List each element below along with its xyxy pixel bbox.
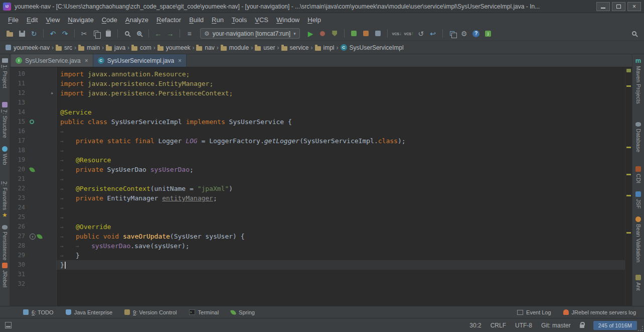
paste-icon[interactable] (103, 29, 113, 38)
fold-marker[interactable] (47, 136, 57, 146)
vcs-commit-icon[interactable] (404, 29, 414, 38)
toolwindow-button-event-log[interactable]: Event Log (517, 309, 551, 315)
fold-marker[interactable] (47, 270, 57, 279)
jrebel-sync-icon[interactable] (373, 29, 383, 38)
toolwindow-button-ant[interactable]: Ant (635, 275, 641, 291)
close-icon[interactable]: × (85, 58, 88, 63)
toolwindow-button-web[interactable]: Web (2, 146, 8, 165)
fold-marker[interactable] (47, 127, 57, 136)
back-icon[interactable]: ← (153, 29, 163, 38)
fold-marker[interactable] (47, 184, 57, 193)
fold-marker[interactable] (47, 251, 57, 260)
menu-item-vcs[interactable]: VCS (251, 15, 272, 25)
open-folder-icon[interactable] (5, 29, 15, 38)
toolwindow-button-jrebel-remote-servers-log[interactable]: JRebel remote servers log (563, 309, 636, 315)
fold-marker[interactable] (47, 279, 57, 289)
help-icon[interactable] (471, 29, 481, 38)
breadcrumb-item[interactable]: user (253, 43, 276, 52)
fold-marker[interactable]: ▲ (47, 88, 57, 98)
fold-marker[interactable] (47, 155, 57, 165)
menu-item-run[interactable]: Run (208, 15, 228, 25)
tab-sysuserserviceimpl[interactable]: C SysUserServiceImpl.java × (93, 54, 187, 67)
fold-marker[interactable] (47, 117, 57, 127)
fold-marker[interactable] (47, 212, 57, 222)
fold-marker[interactable] (47, 232, 57, 241)
run-configuration-select[interactable]: ⚙your-navigation [tomcat7:run]▾ (200, 28, 300, 39)
minimize-button[interactable] (596, 2, 610, 11)
fold-marker[interactable] (47, 69, 57, 79)
close-icon[interactable]: × (178, 58, 182, 63)
toolwindow-button-maven-projects[interactable]: mMaven Projects (635, 57, 641, 104)
toolwindow-button-1-project[interactable]: 1: Project (2, 58, 8, 88)
forward-icon[interactable]: → (166, 29, 175, 38)
lock-icon[interactable] (580, 324, 584, 328)
warning-stripe-mark[interactable] (626, 174, 631, 175)
fold-marker[interactable] (47, 107, 57, 117)
fold-marker[interactable] (47, 260, 57, 270)
fold-marker[interactable] (47, 165, 57, 174)
jrebel-config-icon[interactable] (484, 29, 493, 38)
menu-item-edit[interactable]: Edit (23, 15, 42, 25)
search-everywhere-icon[interactable] (629, 29, 639, 38)
coverage-icon[interactable] (330, 29, 340, 38)
vcs-history-icon[interactable]: ↺ (416, 29, 426, 38)
menu-item-build[interactable]: Build (185, 15, 208, 25)
rollback-icon[interactable]: ↩ (428, 29, 438, 38)
breadcrumb-item[interactable]: youmeek-nav (4, 43, 51, 52)
fold-marker[interactable] (47, 241, 57, 251)
breadcrumb-item[interactable]: service (280, 43, 310, 52)
toolwindow-button-persistence[interactable]: Persistence (2, 225, 8, 260)
breadcrumb-item[interactable]: main (77, 43, 101, 52)
fold-marker[interactable] (47, 203, 57, 212)
vcs-update-icon[interactable] (392, 29, 402, 38)
save-all-icon[interactable] (17, 29, 27, 38)
fold-marker[interactable] (47, 98, 57, 107)
replace-icon[interactable] (134, 29, 144, 38)
spring-leaf-icon[interactable] (29, 167, 35, 173)
sync-icon[interactable]: ↻ (29, 29, 39, 38)
toolwindow-button-database[interactable]: Database (635, 122, 641, 152)
fold-marker[interactable] (47, 193, 57, 203)
toolwindow-switcher-icon[interactable] (5, 322, 12, 328)
maximize-button[interactable] (612, 2, 625, 11)
toolwindow-button-2-favorites[interactable]: ★2: Favorites (2, 181, 8, 218)
fold-marker[interactable] (47, 174, 57, 184)
menu-item-view[interactable]: View (42, 15, 64, 25)
breadcrumb-item[interactable]: module (219, 43, 250, 52)
breadcrumb-item[interactable]: src (54, 43, 74, 52)
fold-marker[interactable] (47, 146, 57, 155)
tab-sysuserservice[interactable]: I SysUserService.java × (11, 54, 93, 67)
git-branch-indicator[interactable]: Git: master (541, 322, 571, 329)
toolwindow-button-cdi[interactable]: CDI (635, 166, 641, 183)
override-icon[interactable] (30, 234, 36, 240)
fold-marker[interactable] (47, 222, 57, 232)
warning-stripe-mark[interactable] (626, 232, 631, 234)
inspection-status-icon[interactable] (626, 69, 631, 72)
breadcrumb-item[interactable]: impl (313, 43, 336, 52)
line-ending-indicator[interactable]: CRLF (491, 322, 506, 329)
breadcrumb-item[interactable]: nav (195, 43, 216, 52)
menu-item-tools[interactable]: Tools (228, 15, 251, 25)
undo-icon[interactable]: ↶ (48, 29, 58, 38)
cut-icon[interactable]: ✂ (79, 29, 89, 38)
memory-indicator[interactable]: 245 of 1016M (593, 321, 637, 330)
redo-icon[interactable]: ↷ (60, 29, 70, 38)
menu-item-window[interactable]: Window (272, 15, 303, 25)
breadcrumb-item[interactable]: java (104, 43, 127, 52)
spring-leaf-icon[interactable] (37, 234, 43, 240)
warning-stripe-mark[interactable] (626, 195, 631, 196)
menu-item-file[interactable]: File (4, 15, 23, 25)
menu-item-navigate[interactable]: Navigate (64, 15, 97, 25)
menu-item-code[interactable]: Code (98, 15, 121, 25)
breadcrumb-item[interactable]: CSysUserServiceImpl (339, 43, 405, 52)
toolwindow-button-bean-validation[interactable]: Bean Validation (635, 216, 641, 262)
toolwindow-button-7-structure[interactable]: 7: Structure (2, 102, 8, 138)
settings-icon[interactable]: ⚙ (459, 29, 469, 38)
toolwindow-button-java-enterprise[interactable]: Java Enterprise (66, 309, 112, 315)
caret-position[interactable]: 30:2 (469, 322, 481, 329)
run-icon[interactable]: ▶ (306, 29, 315, 38)
fold-marker[interactable] (47, 79, 57, 88)
close-button[interactable]: × (627, 2, 641, 11)
toolwindow-button-6-todo[interactable]: 6: TODO (23, 309, 54, 315)
file-structure-icon[interactable]: ≡ (185, 29, 194, 38)
